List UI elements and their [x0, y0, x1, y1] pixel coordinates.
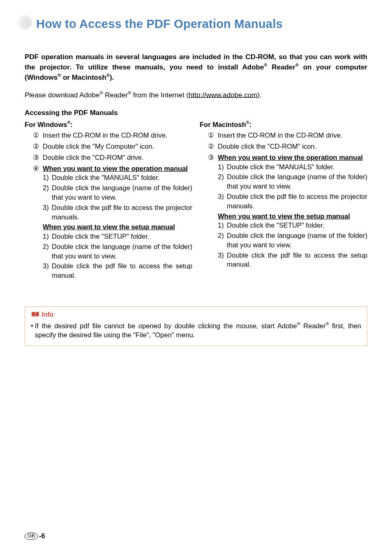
header-bullet-decoration [17, 15, 32, 30]
instruction-columns: For Windows®: ①Insert the CD-ROM in the … [25, 120, 367, 282]
colon: : [249, 121, 252, 128]
substep: 3)Double click the pdf file to access th… [43, 203, 192, 222]
reg-mark: ® [128, 90, 131, 95]
step-4: ④ When you want to view the operation ma… [33, 164, 192, 280]
reg-mark: ® [295, 62, 299, 67]
platform-label: For Macintosh [200, 121, 246, 128]
setup-manual-heading: When you want to view the setup manual [218, 212, 350, 220]
reg-mark: ® [99, 90, 103, 95]
reg-mark: ® [297, 321, 300, 326]
substep: 1)Double click the "SETUP" folder. [218, 221, 367, 230]
step-number: ④ [33, 164, 39, 173]
reg-mark: ® [264, 62, 267, 67]
step-text: Double click the "CD-ROM" drive. [43, 154, 144, 161]
substep-text: Double click the "MANUALS" folder. [227, 163, 334, 171]
region-badge: GB [25, 532, 38, 540]
intro-text: Reader [267, 63, 295, 71]
operation-manual-heading: When you want to view the operation manu… [218, 154, 363, 161]
intro-bold: PDF operation manuals in several languag… [25, 52, 367, 83]
setup-substeps: 1)Double click the "SETUP" folder. 2)Dou… [218, 221, 367, 269]
accessing-title: Accessing the PDF Manuals [25, 109, 367, 117]
book-icon [31, 311, 40, 318]
mac-steps: ①Insert the CD-ROM in the CD-ROM drive. … [200, 131, 367, 269]
substep-text: Double click the language (name of the f… [227, 232, 367, 249]
substep-text: Double click the language (name of the f… [52, 243, 192, 260]
platform-label: For Windows [25, 121, 67, 128]
info-header: Info [31, 311, 361, 318]
macintosh-column: For Macintosh®: ①Insert the CD-ROM in th… [200, 120, 367, 282]
reg-mark: ® [246, 120, 249, 125]
operation-manual-heading: When you want to view the operation manu… [43, 165, 188, 172]
page-number-value: -6 [39, 532, 45, 540]
reg-mark: ® [106, 73, 110, 78]
substep-number: 2) [218, 231, 224, 240]
info-text-part: If the desired pdf file cannot be opened… [35, 322, 297, 329]
windows-steps: ①Insert the CD-ROM in the CD-ROM drive. … [25, 131, 192, 280]
step-text: Insert the CD-ROM in the CD-ROM drive. [43, 131, 167, 139]
operation-substeps: 1)Double click the "MANUALS" folder. 2)D… [218, 162, 367, 211]
page-number: GB -6 [25, 532, 45, 540]
platform-macintosh: For Macintosh®: [200, 120, 367, 129]
substep-number: 1) [43, 232, 49, 241]
substep-text: Double click the "MANUALS" folder. [52, 174, 159, 181]
colon: : [70, 121, 73, 128]
substep: 1)Double click the "SETUP" folder. [43, 232, 192, 241]
step-number: ① [208, 131, 214, 140]
info-box: Info • If the desired pdf file cannot be… [25, 306, 367, 346]
step-number: ② [208, 142, 214, 151]
info-text: If the desired pdf file cannot be opened… [35, 321, 361, 340]
windows-column: For Windows®: ①Insert the CD-ROM in the … [25, 120, 192, 282]
intro-text: or Macintosh [61, 74, 106, 81]
setup-substeps: 1)Double click the "SETUP" folder. 2)Dou… [43, 232, 192, 280]
step-number: ③ [208, 153, 214, 162]
step-text: Insert the CD-ROM in the CD-ROM drive. [218, 131, 342, 139]
substep: 3)Double click the pdf file to access th… [43, 261, 192, 280]
intro-text: from the Internet ( [131, 91, 189, 99]
substep: 2)Double click the language (name of the… [218, 172, 367, 191]
substep-number: 3) [218, 251, 224, 260]
substep-text: Double click the language (name of the f… [52, 184, 192, 201]
substep: 3)Double click the pdf file to access th… [218, 251, 367, 270]
step-1: ①Insert the CD-ROM in the CD-ROM drive. [33, 131, 192, 140]
setup-manual-heading: When you want to view the setup manual [43, 223, 175, 230]
info-text-part: Reader [300, 322, 326, 329]
step-text: Double click the "My Computer" icon. [43, 143, 154, 150]
intro-text: ). [110, 74, 114, 81]
substep-number: 2) [218, 172, 224, 182]
substep-text: Double click the pdf file to access the … [227, 251, 367, 268]
substep: 2)Double click the language (name of the… [43, 242, 192, 261]
bullet: • [31, 321, 35, 330]
substep: 1)Double click the "MANUALS" folder. [43, 173, 192, 182]
substep-number: 3) [218, 192, 224, 201]
step-2: ②Double click the "My Computer" icon. [33, 142, 192, 151]
intro-text: ). [257, 91, 261, 99]
step-2: ②Double click the "CD-ROM" icon. [208, 142, 367, 151]
info-body: • If the desired pdf file cannot be open… [31, 321, 361, 340]
step-1: ①Insert the CD-ROM in the CD-ROM drive. [208, 131, 367, 140]
substep-number: 3) [43, 203, 49, 212]
substep-text: Double click the "SETUP" folder. [52, 233, 149, 240]
substep: 1)Double click the "MANUALS" folder. [218, 162, 367, 172]
operation-substeps: 1)Double click the "MANUALS" folder. 2)D… [43, 173, 192, 221]
substep-text: Double click the "SETUP" folder. [227, 221, 324, 229]
adobe-link[interactable]: http://www.adobe.com [189, 91, 257, 99]
substep: 3)Double click the pdf file to access th… [218, 192, 367, 211]
substep: 2)Double click the language (name of the… [43, 183, 192, 202]
substep-text: Double click the pdf file to access the … [52, 262, 192, 279]
platform-windows: For Windows®: [25, 120, 192, 129]
substep-number: 1) [218, 221, 224, 230]
step-number: ① [33, 131, 39, 140]
page-title: How to Access the PDF Operation Manuals [36, 17, 367, 31]
intro-text: Reader [103, 91, 128, 99]
substep-number: 2) [43, 242, 49, 251]
substep-number: 1) [43, 173, 49, 182]
substep-number: 2) [43, 183, 49, 193]
intro-plain: Please download Adobe® Reader® from the … [25, 90, 367, 100]
substep-text: Double click the pdf file to access the … [52, 204, 192, 221]
intro-text: Please download Adobe [25, 91, 99, 99]
step-text: Double click the "CD-ROM" icon. [218, 143, 316, 150]
step-number: ③ [33, 153, 39, 162]
substep-number: 1) [218, 162, 224, 172]
step-3: ③Double click the "CD-ROM" drive. [33, 153, 192, 162]
substep-number: 3) [43, 261, 49, 271]
